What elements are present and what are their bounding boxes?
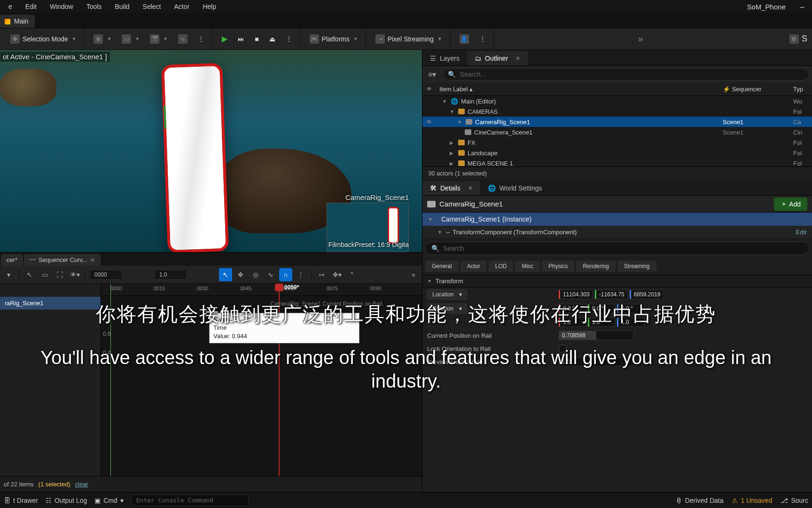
close-icon[interactable]: ✕: [90, 257, 95, 263]
sequencer-tab[interactable]: cer*: [1, 254, 23, 266]
mesh-scale-field[interactable]: 1.0: [559, 357, 634, 366]
component-row[interactable]: ▼ ↔ TransformComponent (TransformCompone…: [422, 226, 812, 239]
layers-tab[interactable]: ☰Layers: [422, 51, 467, 65]
user-button[interactable]: 👤: [455, 32, 474, 47]
location-y[interactable]: -11634.75: [595, 290, 628, 299]
key-tool-2[interactable]: ✥▾: [330, 268, 344, 281]
outliner-row[interactable]: ▶MEGA SCENE 1Fol: [422, 158, 812, 167]
scale-mode[interactable]: ◎: [249, 268, 262, 281]
viewport[interactable]: ot Active - CineCamera_Scene1 ] CameraRi…: [0, 50, 422, 252]
cinematics-button[interactable]: 🎬▼: [145, 32, 172, 47]
window-minimize-icon[interactable]: –: [794, 0, 810, 14]
zoom-tool[interactable]: ⛶: [53, 268, 66, 281]
scale-x[interactable]: 1.0: [559, 318, 586, 327]
seq-view-dropdown[interactable]: ▾: [2, 268, 15, 281]
stop-button[interactable]: ■: [250, 32, 263, 46]
scale-y[interactable]: 1.0: [588, 318, 615, 327]
curve-graph[interactable]: 0000 0015 0030 0045 0060 0075 0090 0059*…: [101, 284, 422, 476]
pixel-streaming-button[interactable]: ⇢ Pixel Streaming▼: [371, 32, 447, 47]
unsaved-indicator[interactable]: ⚠1 Unsaved: [732, 497, 772, 504]
snap-options[interactable]: ⋮: [294, 268, 307, 281]
output-log[interactable]: ☷Output Log: [46, 497, 87, 504]
toolbar-more[interactable]: ⋮: [475, 32, 491, 46]
details-tab[interactable]: 🛠Details✕: [422, 181, 480, 195]
content-drawer[interactable]: 🗄t Drawer: [4, 497, 38, 504]
type-column[interactable]: Typ: [793, 86, 812, 93]
visibility-toggle[interactable]: 👁: [422, 119, 436, 126]
derived-data[interactable]: 🛢Derived Data: [676, 497, 724, 504]
cmd-dropdown[interactable]: ▣Cmd ▾: [94, 497, 124, 504]
view-dropdown[interactable]: 👁▾: [68, 268, 81, 281]
lock-orientation-checkbox[interactable]: [559, 345, 566, 352]
add-component-button[interactable]: ＋Add: [774, 198, 807, 211]
close-icon[interactable]: ✕: [515, 55, 520, 62]
key-tool-1[interactable]: ↦: [315, 268, 328, 281]
world-settings-tab[interactable]: 🌐World Settings: [480, 181, 550, 195]
settings-button[interactable]: ⚙ S: [788, 34, 809, 44]
close-icon[interactable]: ✕: [468, 185, 473, 191]
sequencer-curves-tab[interactable]: 〰 Sequencer Curv... ✕: [24, 254, 101, 266]
play-options[interactable]: ⋮: [281, 32, 297, 46]
eject-button[interactable]: ⏏: [265, 32, 280, 46]
section-transform[interactable]: ▼Transform: [422, 275, 812, 287]
seq-clear-selection[interactable]: clear: [75, 481, 88, 488]
cat-physics[interactable]: Physics: [542, 261, 574, 272]
cat-rendering[interactable]: Rendering: [576, 261, 615, 272]
rail-position-slider[interactable]: 0.708588: [559, 331, 634, 340]
menu-window[interactable]: Window: [43, 1, 80, 12]
move-mode[interactable]: ✥: [234, 268, 247, 281]
toolbar-extra-button[interactable]: ∿: [173, 32, 192, 47]
frame-tool[interactable]: ▭: [38, 268, 51, 281]
menu-help[interactable]: Help: [196, 1, 223, 12]
menu-file[interactable]: e: [2, 1, 19, 12]
location-x[interactable]: 11104.303: [559, 290, 593, 299]
platforms-button[interactable]: 🎮 Platforms▼: [305, 32, 363, 47]
cat-actor[interactable]: Actor: [461, 261, 487, 272]
menu-build[interactable]: Build: [108, 1, 136, 12]
blueprint-button[interactable]: ▭▼: [117, 32, 144, 47]
cat-general[interactable]: General: [425, 261, 459, 272]
scale-z[interactable]: 1.0: [617, 318, 644, 327]
frame-start[interactable]: 0000: [89, 270, 122, 280]
outliner-row[interactable]: ▶LandscapeFol: [422, 148, 812, 158]
add-content-button[interactable]: ⊕▼: [89, 32, 116, 47]
filter-icon[interactable]: ≡▾: [425, 70, 439, 79]
edit-component[interactable]: Edit: [796, 229, 806, 236]
instance-row[interactable]: ▼CameraRig_Scene1 (Instance): [422, 213, 812, 226]
outliner-row[interactable]: CineCamera_Scene1Scene1Cin: [422, 127, 812, 137]
step-button[interactable]: ⏭: [233, 32, 249, 46]
track-camerarig[interactable]: raRig_Scene1: [0, 297, 101, 310]
details-search[interactable]: 🔍Search: [425, 242, 809, 255]
outliner-row-selected[interactable]: 👁▼CameraRig_Scene1Scene1Ca: [422, 117, 812, 127]
menu-actor[interactable]: Actor: [167, 1, 196, 12]
toolbar-overflow[interactable]: ⋮: [193, 32, 209, 46]
outliner-row[interactable]: ▶FXFol: [422, 137, 812, 148]
menu-edit[interactable]: Edit: [19, 1, 43, 12]
outliner-tab[interactable]: 🗂Outliner✕: [467, 51, 528, 65]
menu-select[interactable]: Select: [136, 1, 168, 12]
source-control[interactable]: ⎇Sourc: [781, 497, 808, 504]
tangent-mode[interactable]: ∿: [264, 268, 277, 281]
key-tool-3[interactable]: ⌃: [345, 268, 359, 281]
cat-lod[interactable]: LOD: [489, 261, 514, 272]
frame-scale[interactable]: 1.0: [154, 270, 187, 280]
visibility-column[interactable]: 👁: [422, 86, 436, 93]
selection-mode-button[interactable]: ✥ Selection Mode ▼: [6, 32, 81, 47]
seq-overflow[interactable]: »: [407, 268, 420, 281]
rotation-x[interactable]: 0.0 °: [559, 304, 586, 313]
rotation-y[interactable]: 0.0 °: [588, 304, 615, 313]
item-label-column[interactable]: Item Label ▴: [436, 86, 723, 93]
cat-streaming[interactable]: Streaming: [617, 261, 656, 272]
tab-main[interactable]: Main: [0, 15, 35, 28]
rotation-z[interactable]: 0.0 °: [617, 304, 644, 313]
toolbar-collapse-icon[interactable]: »: [632, 33, 650, 44]
play-button[interactable]: ▶: [217, 32, 232, 46]
outliner-row[interactable]: ▼CAMERASFol: [422, 106, 812, 117]
cursor-mode[interactable]: ↖: [219, 268, 232, 281]
location-z[interactable]: 6859.2019: [630, 290, 664, 299]
menu-tools[interactable]: Tools: [80, 1, 109, 12]
cat-misc[interactable]: Misc: [515, 261, 540, 272]
snap-mode[interactable]: ∩: [279, 268, 292, 281]
outliner-row[interactable]: ▼🌐Main (Editor)Wo: [422, 96, 812, 106]
outliner-tree[interactable]: ▼🌐Main (Editor)Wo ▼CAMERASFol 👁▼CameraRi…: [422, 96, 812, 167]
